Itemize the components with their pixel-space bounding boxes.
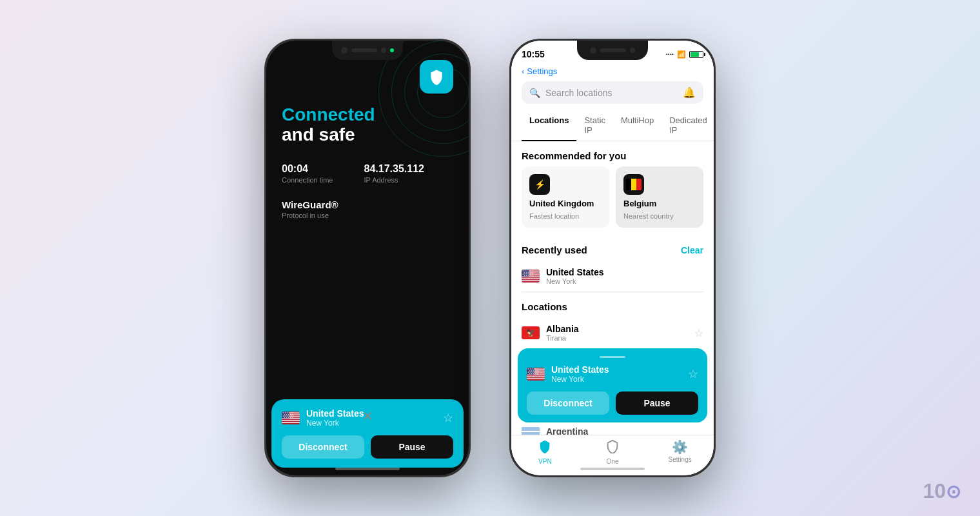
settings-tab-icon: ⚙️ <box>672 439 688 455</box>
notification-bell-icon[interactable]: 🔔 <box>683 86 696 99</box>
us-flag-active: ★★★★★★ ★★★★★ ★★★★★★ ★★★★★ <box>527 368 545 381</box>
location-info: ★★★★★★ ★★★★★ ★★★★★★ ★★★★★ United States … <box>282 408 364 428</box>
recommended-header: Recommended for you <box>511 141 714 166</box>
rec-card-belgium[interactable]: Belgium Nearest country <box>616 166 703 228</box>
clear-button[interactable]: Clear <box>681 245 703 255</box>
right-home-bar <box>580 468 645 470</box>
home-bar <box>335 468 400 470</box>
tab-bar-one[interactable]: One <box>579 439 647 465</box>
active-disconnect-button[interactable]: Disconnect <box>527 392 609 415</box>
vpn-protocol: WireGuard® Protocol in use <box>282 199 453 219</box>
recently-used-item-us[interactable]: ★★★★★★ ★★★★★ ★★★★★★ ★★★★★ United States … <box>511 261 714 292</box>
svg-rect-30 <box>527 379 545 380</box>
settings-tab-label: Settings <box>669 456 692 463</box>
albania-city: Tirana <box>546 334 688 342</box>
albania-favorite-star[interactable]: ☆ <box>694 327 703 339</box>
search-bar[interactable]: 🔍 Search locations 🔔 <box>522 81 703 104</box>
svg-rect-17 <box>522 279 540 280</box>
right-phone-notch <box>577 41 648 60</box>
vpn-tab-icon <box>538 439 552 457</box>
be-black <box>626 179 631 190</box>
active-country: United States <box>551 364 609 375</box>
close-button[interactable]: ✕ <box>362 408 373 424</box>
active-location-row: ★★★★★★ ★★★★★ ★★★★★★ ★★★★★ United States … <box>527 364 698 384</box>
argentina-location-text: Argentina <box>546 426 703 435</box>
location-item-argentina[interactable]: Argentina <box>511 422 714 435</box>
be-red <box>636 179 642 190</box>
uk-country: United Kingdom <box>529 199 602 208</box>
belgium-country: Belgium <box>623 199 696 208</box>
locations-screen: 10:55 ···· 📶 ‹ Settings 🔍 Search loc <box>511 41 714 475</box>
back-arrow: ‹ <box>522 66 524 76</box>
status-icons: ···· 📶 <box>666 50 703 59</box>
one-tab-icon <box>605 439 620 457</box>
active-action-buttons: Disconnect Pause <box>527 392 698 415</box>
active-favorite-star[interactable]: ☆ <box>688 367 698 381</box>
tab-locations[interactable]: Locations <box>522 110 576 141</box>
wifi-icon: 📶 <box>677 50 686 59</box>
active-city: New York <box>551 375 609 384</box>
active-location-text: United States New York <box>551 364 609 384</box>
pause-button[interactable]: Pause <box>371 435 453 459</box>
us-flag-recent: ★★★★★★ ★★★★★ ★★★★★★ ★★★★★ <box>522 270 540 283</box>
svg-text:★★★★★: ★★★★★ <box>529 372 538 375</box>
city-name: New York <box>306 419 364 428</box>
battery-fill <box>691 52 699 57</box>
right-phone: 10:55 ···· 📶 ‹ Settings 🔍 Search loc <box>509 39 716 477</box>
rec-card-uk[interactable]: ⚡ United Kingdom Fastest location <box>522 166 609 228</box>
left-phone: Connected and safe 00:04 Connection time… <box>264 39 471 477</box>
active-pause-button[interactable]: Pause <box>616 392 698 415</box>
recommended-title: Recommended for you <box>522 150 627 161</box>
us-flag-icon: ★★★★★★ ★★★★★ ★★★★★★ ★★★★★ <box>282 412 300 424</box>
connection-time-stat: 00:04 Connection time <box>282 163 333 184</box>
albania-location-text: Albania Tirana <box>546 324 688 342</box>
locations-content: Recommended for you ⚡ United Kingdom Fas… <box>511 141 714 435</box>
right-notch-camera <box>590 47 596 54</box>
tab-bar-settings[interactable]: ⚙️ Settings <box>646 439 714 465</box>
vpn-shield-button[interactable] <box>420 60 453 94</box>
favorite-star[interactable]: ☆ <box>443 411 453 425</box>
notch-speaker <box>351 48 377 52</box>
recently-used-title: Recently used <box>522 244 587 255</box>
nav-back[interactable]: ‹ Settings <box>511 64 714 81</box>
disconnect-button[interactable]: Disconnect <box>282 435 364 459</box>
country-name: United States <box>306 408 364 419</box>
right-notch-dot <box>630 48 635 53</box>
recent-us-country: United States <box>546 267 703 277</box>
phone-notch <box>332 41 403 60</box>
time-label: Connection time <box>282 176 333 184</box>
location-item-albania[interactable]: 🦅 Albania Tirana ☆ <box>511 317 714 348</box>
vpn-connected-screen: Connected and safe 00:04 Connection time… <box>266 41 469 475</box>
belgium-flag-box <box>623 174 644 195</box>
panel-separator <box>600 356 625 358</box>
svg-rect-5 <box>282 421 300 422</box>
svg-text:★★★★★: ★★★★★ <box>284 416 293 419</box>
one-tab-label: One <box>607 458 619 465</box>
action-buttons: Disconnect Pause <box>282 435 453 459</box>
svg-rect-18 <box>522 281 540 282</box>
svg-rect-6 <box>282 422 300 424</box>
search-placeholder: Search locations <box>545 88 678 98</box>
tab-dedicated-ip[interactable]: Dedicated IP <box>662 110 714 141</box>
shield-icon <box>428 68 445 85</box>
svg-rect-29 <box>527 377 545 378</box>
recent-us-city: New York <box>546 277 703 285</box>
signal-icon: ···· <box>666 50 674 58</box>
protocol-name: WireGuard® <box>282 199 453 210</box>
tab-static-ip[interactable]: Static IP <box>576 110 613 141</box>
left-phone-screen: Connected and safe 00:04 Connection time… <box>266 41 469 475</box>
protocol-label: Protocol in use <box>282 212 453 219</box>
search-icon: 🔍 <box>529 88 540 98</box>
status-time: 10:55 <box>522 49 545 59</box>
back-label: Settings <box>527 66 557 76</box>
active-location-panel: ★★★★★★ ★★★★★ ★★★★★★ ★★★★★ United States … <box>518 348 707 422</box>
argentina-country: Argentina <box>546 426 703 435</box>
location-tabs: Locations Static IP MultiHop Dedicated I… <box>511 104 714 141</box>
svg-text:★★★★★: ★★★★★ <box>524 274 533 277</box>
tab-multihop[interactable]: MultiHop <box>613 110 662 141</box>
belgium-sublabel: Nearest country <box>623 212 696 220</box>
tab-bar-vpn[interactable]: VPN <box>511 439 579 465</box>
recent-us-location-text: United States New York <box>546 267 703 285</box>
green-dot-indicator <box>390 48 394 52</box>
locations-section-header: Locations <box>511 292 714 317</box>
